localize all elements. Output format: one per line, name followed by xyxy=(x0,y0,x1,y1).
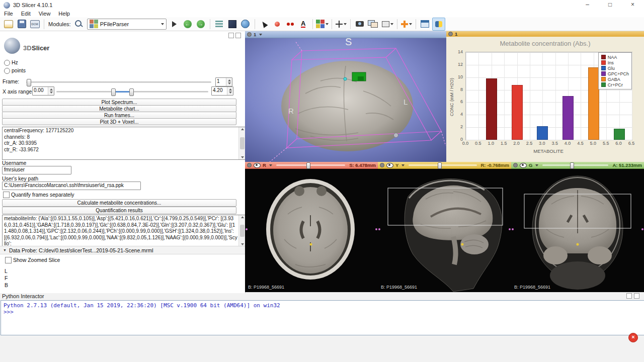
panel-help-icon[interactable] xyxy=(228,33,234,38)
x-tick-label: 0.5 xyxy=(471,141,485,146)
error-dismiss-button[interactable]: × xyxy=(628,333,638,342)
scan-info-textarea[interactable]: centralFrequency: 1277125220 channels: 8… xyxy=(2,127,246,160)
panel-pin-icon[interactable] xyxy=(235,33,241,38)
frame-slider[interactable] xyxy=(26,81,211,83)
mouse-cursor-icon[interactable] xyxy=(258,18,270,30)
yellow-slice-body[interactable]: B: P19968_56691 xyxy=(378,169,511,292)
chart-plot-area[interactable]: NAAInsGluGPC+PChGABACr+PCr xyxy=(465,52,632,140)
yellow-slice-slider-handle[interactable] xyxy=(438,162,442,169)
calculate-concentrations-button[interactable]: Calculate metabolite concentrations... xyxy=(2,199,236,207)
extensions-icon[interactable] xyxy=(226,18,238,30)
visibility-eye-icon[interactable] xyxy=(386,163,393,168)
quantify-frames-checkbox[interactable] xyxy=(3,192,10,198)
username-input[interactable]: fmrsiuser xyxy=(2,166,71,174)
python-console[interactable]: Python 2.7.13 (default, Jan 15 2019, 22:… xyxy=(1,300,644,335)
chart-view: 1 Metabolite concentration (Abs.) CONC (… xyxy=(446,31,644,162)
scene-view-menu-icon[interactable] xyxy=(382,18,394,30)
console-popup-icon[interactable] xyxy=(626,293,632,299)
menu-file[interactable]: File xyxy=(0,11,17,17)
module-home-icon[interactable] xyxy=(169,18,181,30)
xaxis-range-handle-high[interactable] xyxy=(129,88,134,96)
red-slice-slider[interactable] xyxy=(276,164,345,166)
y-tick-label: 12 xyxy=(450,62,463,67)
crosshair-icon[interactable] xyxy=(335,18,347,30)
annotation-icon[interactable]: A xyxy=(297,18,309,30)
chart-x-axis: 0.00.51.01.52.02.53.03.54.04.55.05.56.06… xyxy=(465,141,631,147)
x-tick-label: 2.5 xyxy=(522,141,536,146)
menu-view[interactable]: View xyxy=(35,11,55,17)
legend-swatch xyxy=(601,71,606,76)
minimize-button[interactable]: – xyxy=(576,0,599,10)
load-data-icon[interactable] xyxy=(3,18,15,30)
green-slice-body[interactable]: B: P19968_56691 xyxy=(511,169,644,292)
modules-label: Modules: xyxy=(48,21,71,27)
threeD-render-canvas[interactable]: S R L xyxy=(245,38,446,162)
yellow-slice-slider[interactable] xyxy=(409,164,476,166)
close-button[interactable]: × xyxy=(621,0,644,10)
radio-hz[interactable] xyxy=(4,60,10,66)
pin-icon[interactable] xyxy=(247,163,252,167)
pin-icon[interactable] xyxy=(380,163,384,167)
layout-selector-icon[interactable] xyxy=(316,18,329,30)
frame-slider-handle[interactable] xyxy=(27,79,31,86)
frame-spinbox[interactable]: 1 xyxy=(215,77,232,86)
xaxis-range-handle-low[interactable] xyxy=(111,88,116,96)
data-probe-collapsible[interactable]: ▼ Data Probe: C:/dev/0.test/slicerTest..… xyxy=(0,246,248,254)
screenshot-icon[interactable] xyxy=(354,18,366,30)
console-close-icon[interactable] xyxy=(634,293,639,299)
green-slice-slider[interactable] xyxy=(542,164,608,166)
xaxis-min-spinbox[interactable]: 0.00 xyxy=(32,86,54,96)
module-list-icon[interactable] xyxy=(213,18,225,30)
scene-view-icon[interactable] xyxy=(367,18,381,30)
python-interactor-icon[interactable] xyxy=(432,18,445,31)
menu-help[interactable]: Help xyxy=(54,11,74,17)
green-slice-header[interactable]: G A: 51.233mm xyxy=(511,162,644,169)
probe-layer-b-label: B xyxy=(5,282,8,288)
pin-icon[interactable] xyxy=(513,163,518,167)
run-frames-button[interactable]: Run frames... xyxy=(2,112,236,119)
quantification-results-button[interactable]: Quantification results xyxy=(2,207,236,214)
show-zoomed-slice-checkbox[interactable] xyxy=(5,257,12,263)
fiducial-list-icon[interactable] xyxy=(284,18,296,30)
y-tick-label: 14 xyxy=(450,49,463,54)
metabolite-chart-button[interactable]: Metabolite chart... xyxy=(2,105,236,112)
qt-designer-icon[interactable] xyxy=(419,18,431,30)
plot-spectrum-button[interactable]: Plot Spectrum... xyxy=(2,99,236,106)
info-line: ctr_A: 30.9395 xyxy=(4,140,237,147)
save-scene-icon[interactable] xyxy=(16,18,28,30)
menu-edit[interactable]: Edit xyxy=(17,11,35,17)
frame-label: Frame: xyxy=(3,78,19,84)
visibility-eye-icon[interactable] xyxy=(520,163,527,168)
scrollbar[interactable] xyxy=(238,215,246,246)
place-fiducial-icon[interactable] xyxy=(271,18,283,30)
gridline-h xyxy=(466,140,632,140)
keypath-input[interactable]: C:\Users\FranciscoMarcano\.ssh\fmrsiuser… xyxy=(2,182,141,190)
green-slice-slider-handle[interactable] xyxy=(570,162,574,169)
module-search-icon[interactable] xyxy=(73,18,85,30)
radio-points[interactable] xyxy=(4,68,10,74)
module-selector-combo[interactable]: PFileParser xyxy=(87,19,167,30)
metabolite-info-textarea[interactable]: metaboliteInfo: {'Ala':[(0.913,1.55,0.10… xyxy=(2,215,246,247)
orientation-l-label: L xyxy=(404,98,408,106)
red-slice-header[interactable]: R S: 6.478mm xyxy=(245,162,378,169)
xaxis-range-slider[interactable] xyxy=(56,91,208,93)
red-slice-slider-handle[interactable] xyxy=(306,162,310,169)
module-history-forward-icon[interactable]: → xyxy=(195,18,207,30)
dicom-icon[interactable]: DCM xyxy=(29,18,41,30)
visibility-eye-icon[interactable] xyxy=(254,163,261,168)
markups-place-icon[interactable] xyxy=(400,18,413,30)
yellow-slice-header[interactable]: Y R: -0.768mm xyxy=(378,162,511,169)
pin-icon[interactable] xyxy=(247,32,252,37)
legend-swatch xyxy=(601,82,606,87)
scrollbar[interactable] xyxy=(238,127,246,159)
gridline-v xyxy=(530,52,530,140)
pin-icon[interactable] xyxy=(448,32,453,36)
extension-manager-globe-icon[interactable] xyxy=(239,18,252,30)
maximize-button[interactable]: □ xyxy=(599,0,621,10)
plot-3d-voxel-button[interactable]: Plot 3D + Voxel... xyxy=(2,118,236,125)
red-slice-body[interactable]: B: P19968_56691 xyxy=(245,169,378,292)
module-history-back-icon[interactable]: ← xyxy=(182,18,194,30)
x-tick-label: 3.0 xyxy=(535,141,549,146)
xaxis-max-spinbox[interactable]: 4.20 xyxy=(211,86,233,96)
threeD-view-header[interactable]: 1 xyxy=(245,31,446,38)
